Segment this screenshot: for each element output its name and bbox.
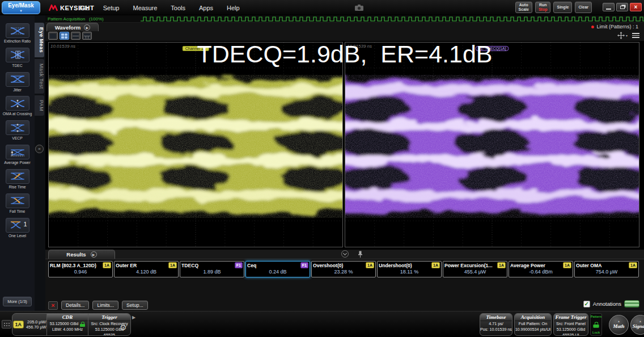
signals-button[interactable]: ▲ Signals (630, 315, 644, 335)
expand-arrow-icon[interactable]: ▶ (132, 315, 135, 320)
tab-mask-test[interactable]: Mask Test (35, 59, 44, 94)
menu-measure[interactable]: Measure (133, 5, 157, 11)
sidebar-item-extinction-ratio[interactable]: Extinction Ratio (0, 23, 35, 44)
layout-single-button[interactable] (48, 32, 58, 40)
more-measurements-button[interactable]: More (1/3) (3, 297, 32, 306)
limits-button[interactable]: Limits... (92, 301, 118, 310)
channel-status-cluster: 1A 205.0 µW/ 456.70 µW CDR 53.125000 GBd… (12, 313, 131, 336)
sidebar-item-tdec[interactable]: TDEC (0, 48, 35, 68)
sidebar-item-one-level[interactable]: 1 One Level (0, 218, 35, 238)
play-icon[interactable]: ▶ (91, 251, 97, 258)
sidebar-item-label: VECP (12, 136, 23, 141)
sidebar-item-oma-at-crossing[interactable]: OMA at Crossing (0, 96, 35, 116)
trigger-pattern-length: 65535 (88, 332, 130, 336)
result-cell-power-excursion[interactable]: Power Excursion(1...1A 455.4 µW (443, 261, 507, 277)
result-cell-tdecq[interactable]: TDECQF1 1.89 dB (180, 261, 244, 277)
sidebar-item-average-power[interactable]: Average Power (0, 145, 35, 165)
result-cell-outer-er[interactable]: Outer ER1A 4.120 dB (114, 261, 179, 277)
result-value: 23.28 % (312, 269, 375, 276)
source-badge: F1 (300, 262, 308, 268)
setup-button[interactable]: Setup... (122, 301, 148, 310)
menubar: File Setup Measure Tools Apps Help (79, 0, 240, 15)
timebase-panel[interactable]: Timebase 4.71 ps/ Pos: 10.01539 ns (480, 313, 512, 336)
pattern-lock-top-label: Pattern (591, 315, 601, 318)
result-name: Average Power (510, 263, 562, 268)
frame-trigger-length: 65535 UI (554, 332, 588, 336)
sidebar-collapse-button[interactable]: « (35, 145, 44, 153)
single-button[interactable]: Single (553, 2, 572, 13)
delete-measurement-button[interactable]: × (48, 301, 58, 310)
sidebar-item-label: TDEC (12, 64, 23, 68)
menu-apps[interactable]: Apps (199, 5, 213, 11)
stop-label: Stop (539, 7, 548, 12)
acquisition-panel[interactable]: Acquisition Full Pattern: On 10.99000534… (514, 313, 552, 336)
close-icon: × (634, 5, 638, 10)
tab-waveform[interactable]: Waveform ▶ (46, 23, 99, 31)
annotations-label: Annotations (593, 301, 621, 307)
panel-grid-button[interactable] (2, 320, 11, 328)
pin-icon[interactable] (358, 251, 363, 258)
channel-1a-status[interactable]: 1A 205.0 µW/ 456.70 µW (12, 314, 46, 335)
mode-selector-button[interactable]: Eye/Mask ▾ (2, 1, 40, 14)
layout-mixed-button[interactable] (82, 32, 92, 40)
result-cell-undershoot[interactable]: Undershoot(0)1A 18.11 % (377, 261, 442, 277)
close-button[interactable]: × (630, 3, 642, 11)
restore-button[interactable] (616, 3, 628, 11)
cdr-rate: 53.125000 GBd (50, 321, 78, 327)
sidebar-item-fall-time[interactable]: Fall Time (0, 193, 35, 214)
source-badge: 1A (431, 262, 440, 268)
minimize-icon (606, 9, 611, 10)
layout-rows-button[interactable] (71, 32, 80, 40)
annotations-checkbox[interactable]: ✓ (583, 301, 590, 307)
result-value: 0.24 dB (246, 269, 310, 276)
minimize-button[interactable] (603, 3, 615, 11)
tab-eye-meas[interactable]: Eye Meas (35, 23, 44, 57)
run-stop-button[interactable]: Run Stop (535, 2, 551, 13)
source-badge: 1A (497, 262, 506, 268)
pan-tool-button[interactable]: ▾ (617, 32, 628, 39)
timebase-title: Timebase (480, 314, 512, 321)
details-button[interactable]: Details... (61, 301, 89, 310)
collapse-results-button[interactable] (341, 250, 349, 258)
fall-time-icon (10, 196, 25, 205)
result-cell-average-power[interactable]: Average Power1A -0.64 dBm (509, 261, 573, 277)
menu-tools[interactable]: Tools (171, 5, 185, 11)
menu-file[interactable]: File (79, 5, 90, 11)
menu-help[interactable]: Help (227, 5, 240, 11)
move-cross-icon (617, 32, 625, 39)
pattern-lock-icon (593, 322, 599, 327)
results-divider: Results ▶ (45, 250, 644, 259)
clear-label: Clear (578, 5, 588, 10)
auto-scale-button[interactable]: Auto Scale (515, 2, 532, 13)
result-cell-outer-oma[interactable]: Outer OMA1A 754.0 µW (574, 261, 639, 277)
result-name: Outer ER (116, 263, 167, 268)
gear-icon[interactable]: ⚙ (120, 323, 127, 332)
annotation-color-button[interactable] (624, 300, 639, 307)
pattern-lock-bottom-label: Lock (592, 331, 600, 334)
result-cell-overshoot[interactable]: Overshoot(0)1A 23.28 % (311, 261, 376, 277)
sidebar-item-jitter[interactable]: Jitter (0, 72, 35, 92)
pattern-acquisition-label: Pattern Acquisition (100%) (48, 16, 104, 22)
clear-button[interactable]: Clear (575, 2, 592, 13)
measurement-sidebar: Extinction Ratio TDEC Jitter OMA at Cros… (0, 15, 45, 311)
tab-results[interactable]: Results ▶ (48, 250, 115, 259)
layout-quad-button[interactable] (60, 32, 69, 40)
waveform-tab-label: Waveform (55, 24, 81, 31)
frame-trigger-panel[interactable]: Frame Trigger Src: Front Panel 53.125000… (553, 313, 588, 336)
sidebar-item-label: Extinction Ratio (4, 39, 31, 44)
display-menu-icon[interactable] (632, 33, 639, 38)
restore-icon (620, 6, 625, 9)
pattern-acquisition-bar: Pattern Acquisition (100%) (45, 15, 644, 23)
math-button[interactable]: ▲ Math (609, 315, 629, 335)
channel-badge: 1A (13, 321, 24, 328)
menu-setup[interactable]: Setup (103, 5, 120, 11)
sidebar-item-vecp[interactable]: VECP (0, 120, 35, 141)
tab-pam[interactable]: PAM (35, 95, 44, 116)
play-icon[interactable]: ▶ (84, 24, 90, 31)
cdr-panel[interactable]: CDR 53.125000 GBd LBW: 4.000 MHz (47, 314, 88, 335)
result-cell-rlm[interactable]: RLM (802.3 A_120D)1A 0.946 (48, 261, 113, 277)
camera-icon[interactable] (355, 5, 363, 11)
annotations-control: ✓ Annotations (583, 300, 639, 307)
result-cell-ceq[interactable]: CeqF1 0.24 dB (245, 261, 310, 277)
sidebar-item-rise-time[interactable]: Rise Time (0, 169, 35, 189)
